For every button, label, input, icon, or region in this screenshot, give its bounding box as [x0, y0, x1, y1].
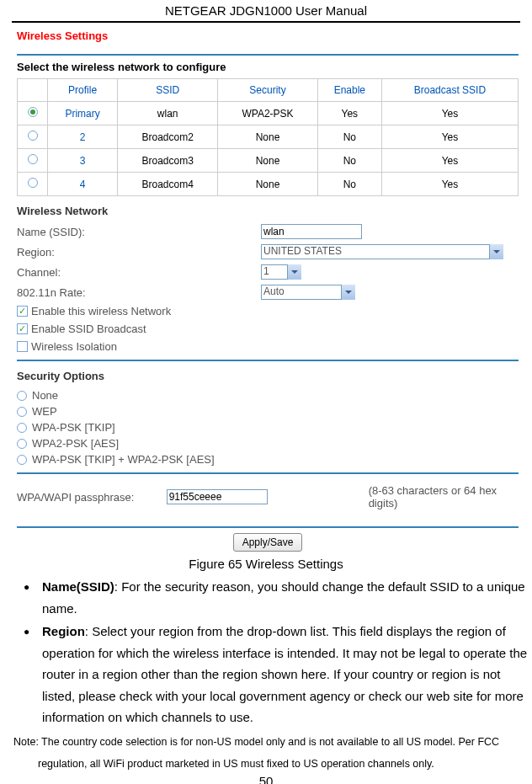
cell-broadcast: Yes — [381, 125, 518, 149]
security-option-label: WPA2-PSK [AES] — [32, 437, 119, 450]
profile-radio[interactable] — [28, 131, 38, 141]
cell-enable: No — [317, 149, 381, 173]
page-number: 50 — [0, 774, 532, 785]
cell-broadcast: Yes — [381, 149, 518, 173]
wireless-isolation-checkbox[interactable] — [17, 341, 28, 352]
document-header: NETGEAR JDGN1000 User Manual — [12, 0, 520, 23]
list-item-text: Region: Select your region from the drop… — [42, 621, 532, 728]
apply-save-button[interactable]: Apply/Save — [233, 533, 303, 552]
passphrase-label: WPA/WAPI passphrase: — [17, 491, 167, 504]
bullet-icon: ● — [24, 576, 42, 619]
divider — [17, 360, 519, 361]
note-line-2: regulation, all WiFi product marketed in… — [38, 755, 519, 772]
divider — [17, 54, 519, 56]
page-title: Wireless Settings — [17, 29, 519, 42]
region-label: Region: — [17, 246, 261, 259]
select-label: Select the wireless network to configure — [17, 61, 519, 73]
wireless-isolation-label: Wireless Isolation — [31, 340, 117, 353]
cell-profile[interactable]: Primary — [48, 102, 118, 125]
divider — [17, 526, 519, 528]
security-option-label: WEP — [32, 405, 57, 418]
cell-profile[interactable]: 2 — [48, 125, 118, 149]
cell-security: None — [218, 125, 318, 149]
cell-security: None — [218, 173, 318, 196]
cell-ssid: Broadcom2 — [118, 125, 218, 149]
cell-ssid: Broadcom4 — [118, 173, 218, 196]
enable-broadcast-label: Enable SSID Broadcast — [31, 323, 146, 335]
passphrase-input[interactable] — [167, 489, 268, 504]
security-radio[interactable] — [17, 455, 27, 465]
security-radio[interactable] — [17, 439, 27, 449]
table-row: 4Broadcom4NoneNoYes — [18, 173, 519, 196]
table-header: Broadcast SSID — [381, 79, 518, 102]
divider — [17, 472, 519, 474]
profile-radio[interactable] — [28, 178, 38, 188]
wireless-network-title: Wireless Network — [17, 205, 519, 217]
table-header: Security — [218, 79, 318, 102]
security-radio[interactable] — [17, 391, 27, 401]
table-header: Enable — [317, 79, 381, 102]
table-header: Profile — [48, 79, 118, 102]
cell-ssid: wlan — [118, 102, 218, 125]
region-select[interactable]: UNITED STATES — [261, 244, 503, 259]
list-item: ●Name(SSID): For the security reason, yo… — [24, 576, 532, 619]
note-line-1: Note: The country code selection is for … — [13, 733, 519, 750]
enable-broadcast-checkbox[interactable] — [17, 323, 28, 334]
enable-network-checkbox[interactable] — [17, 306, 28, 317]
security-radio[interactable] — [17, 407, 27, 417]
security-option-label: WPA-PSK [TKIP] + WPA2-PSK [AES] — [32, 453, 215, 466]
profile-radio[interactable] — [28, 154, 38, 164]
rate-label: 802.11n Rate: — [17, 286, 261, 299]
enable-network-label: Enable this wireless Network — [31, 305, 171, 317]
cell-enable: No — [317, 173, 381, 196]
cell-broadcast: Yes — [381, 173, 518, 196]
figure-caption: Figure 65 Wireless Settings — [0, 557, 532, 571]
ssid-input[interactable] — [261, 224, 362, 239]
network-table: ProfileSSIDSecurityEnableBroadcast SSID … — [17, 78, 519, 196]
table-header — [18, 79, 48, 102]
cell-enable: Yes — [317, 102, 381, 125]
cell-enable: No — [317, 125, 381, 149]
channel-label: Channel: — [17, 266, 261, 279]
list-item-text: Name(SSID): For the security reason, you… — [42, 576, 532, 619]
cell-ssid: Broadcom3 — [118, 149, 218, 173]
profile-radio[interactable] — [28, 107, 38, 117]
security-option-label: None — [32, 389, 58, 402]
security-option-label: WPA-PSK [TKIP] — [32, 421, 115, 434]
security-radio[interactable] — [17, 423, 27, 433]
cell-profile[interactable]: 4 — [48, 173, 118, 196]
rate-select[interactable]: Auto — [261, 285, 355, 300]
table-row: 2Broadcom2NoneNoYes — [18, 125, 519, 149]
cell-profile[interactable]: 3 — [48, 149, 118, 173]
channel-select[interactable]: 1 — [261, 264, 301, 280]
list-item: ●Region: Select your region from the dro… — [24, 621, 532, 728]
cell-broadcast: Yes — [381, 102, 518, 125]
ssid-label: Name (SSID): — [17, 226, 261, 238]
cell-security: WPA2-PSK — [218, 102, 318, 125]
passphrase-hint: (8-63 characters or 64 hex digits) — [369, 484, 519, 509]
table-row: 3Broadcom3NoneNoYes — [18, 149, 519, 173]
cell-security: None — [218, 149, 318, 173]
security-options-title: Security Options — [17, 370, 519, 382]
table-row: PrimarywlanWPA2-PSKYesYes — [18, 102, 519, 125]
table-header: SSID — [118, 79, 218, 102]
bullet-icon: ● — [24, 621, 42, 728]
